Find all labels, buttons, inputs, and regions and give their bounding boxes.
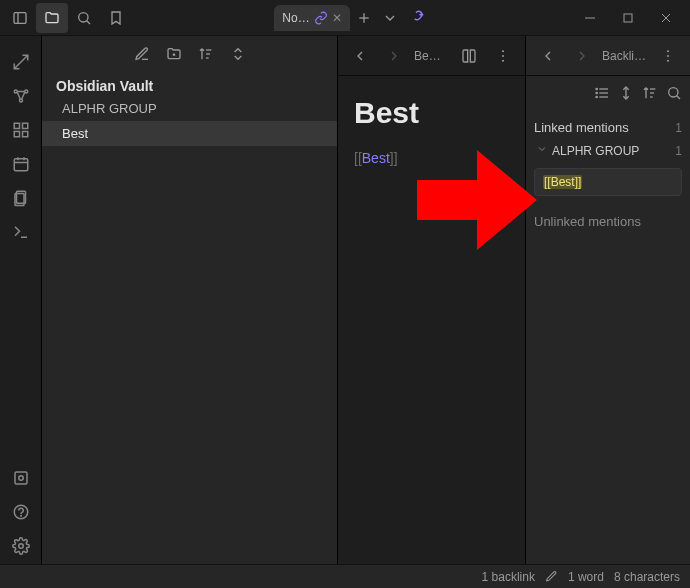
unlinked-mentions-header[interactable]: Unlinked mentions [534, 202, 682, 241]
window-maximize-button[interactable] [610, 3, 646, 33]
svg-rect-17 [14, 132, 19, 137]
nav-back-icon[interactable] [346, 42, 374, 70]
expand-icon[interactable] [618, 85, 634, 101]
svg-rect-18 [22, 132, 27, 137]
tab-label: No… [282, 11, 309, 25]
svg-rect-9 [624, 14, 632, 22]
status-words[interactable]: 1 word [568, 570, 604, 584]
templates-icon[interactable] [5, 182, 37, 214]
svg-point-38 [502, 59, 504, 61]
settings-icon[interactable] [5, 530, 37, 562]
nav-back-icon[interactable] [534, 42, 562, 70]
svg-point-40 [667, 55, 669, 57]
close-icon[interactable]: ✕ [332, 11, 342, 25]
svg-point-14 [19, 99, 22, 102]
file-item[interactable]: Best [42, 121, 337, 146]
list-icon[interactable] [594, 85, 610, 101]
new-note-icon[interactable] [132, 44, 152, 64]
chevron-down-icon [536, 143, 548, 158]
tabs: No… ✕ [132, 3, 572, 33]
linked-mentions-label: Linked mentions [534, 120, 629, 135]
tab-current-note[interactable]: No… ✕ [274, 5, 349, 31]
canvas-icon[interactable] [5, 114, 37, 146]
sidebar-toggle-icon[interactable] [4, 3, 36, 33]
nav-forward-icon[interactable] [568, 42, 596, 70]
svg-point-41 [667, 59, 669, 61]
more-icon[interactable] [489, 42, 517, 70]
svg-line-53 [677, 96, 680, 99]
sort-icon[interactable] [642, 85, 658, 101]
bookmark-icon[interactable] [100, 3, 132, 33]
status-backlinks[interactable]: 1 backlink [482, 570, 535, 584]
svg-point-30 [18, 544, 23, 549]
linked-mentions-header[interactable]: Linked mentions 1 [534, 116, 682, 139]
file-item[interactable]: ALPHR GROUP [42, 96, 337, 121]
backlinks-title: Backlin… [602, 49, 648, 63]
svg-rect-19 [14, 159, 28, 171]
tab-dropdown-icon[interactable] [378, 3, 402, 33]
backlinks-pane: Backlin… Linked mentions 1 [526, 36, 690, 564]
window-close-button[interactable] [648, 3, 684, 33]
svg-line-3 [87, 20, 90, 23]
svg-point-36 [502, 50, 504, 52]
new-tab-button[interactable] [350, 3, 378, 33]
status-chars[interactable]: 8 characters [614, 570, 680, 584]
wikilink-text[interactable]: Best [362, 150, 390, 166]
window-minimize-button[interactable] [572, 3, 608, 33]
svg-point-2 [79, 12, 88, 21]
collapse-icon[interactable] [228, 44, 248, 64]
svg-point-47 [596, 96, 597, 97]
more-icon[interactable] [654, 42, 682, 70]
new-folder-icon[interactable] [164, 44, 184, 64]
backlink-hit-text: [[Best]] [543, 175, 582, 189]
svg-point-52 [669, 88, 678, 97]
pencil-icon[interactable] [545, 570, 558, 583]
editor-header: Be… [338, 36, 525, 76]
ribbon [0, 36, 42, 564]
note-title[interactable]: Best [354, 96, 509, 130]
backlink-group[interactable]: ALPHR GROUP 1 [534, 139, 682, 162]
link-icon [314, 11, 328, 25]
files-icon[interactable] [36, 3, 68, 33]
search-icon[interactable] [68, 3, 100, 33]
statusbar: 1 backlink 1 word 8 characters [0, 564, 690, 588]
svg-point-45 [596, 88, 597, 89]
link-pane-icon[interactable] [402, 3, 430, 33]
backlink-group-count: 1 [675, 144, 682, 158]
backlinks-header: Backlin… [526, 36, 690, 76]
backlink-group-name: ALPHR GROUP [552, 144, 639, 158]
svg-point-29 [20, 515, 21, 516]
backlink-hit[interactable]: [[Best]] [534, 168, 682, 196]
svg-point-46 [596, 92, 597, 93]
svg-point-27 [18, 476, 23, 481]
editor-breadcrumb[interactable]: Be… [414, 49, 449, 63]
help-icon[interactable] [5, 496, 37, 528]
sort-icon[interactable] [196, 44, 216, 64]
linked-mentions-count: 1 [675, 121, 682, 135]
reading-view-icon[interactable] [455, 42, 483, 70]
titlebar: No… ✕ [0, 0, 690, 36]
svg-rect-15 [14, 123, 19, 128]
svg-rect-26 [15, 472, 27, 484]
note-content[interactable]: [[Best]] [354, 150, 509, 166]
svg-rect-16 [22, 123, 27, 128]
vault-title: Obsidian Vault [42, 72, 337, 96]
editor-pane: Be… Best [[Best]] [338, 36, 526, 564]
graph-icon[interactable] [5, 80, 37, 112]
command-icon[interactable] [5, 216, 37, 248]
svg-point-37 [502, 55, 504, 57]
daily-note-icon[interactable] [5, 148, 37, 180]
quick-switcher-icon[interactable] [5, 46, 37, 78]
search-icon[interactable] [666, 85, 682, 101]
nav-forward-icon[interactable] [380, 42, 408, 70]
svg-point-39 [667, 50, 669, 52]
vault-icon[interactable] [5, 462, 37, 494]
file-explorer: Obsidian Vault ALPHR GROUP Best [42, 36, 338, 564]
svg-rect-0 [14, 12, 26, 23]
